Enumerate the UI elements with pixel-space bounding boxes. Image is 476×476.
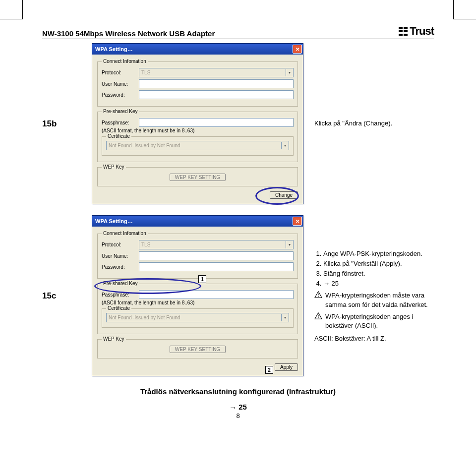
wpa-dialog: WPA Setting… ✕ Connect Infomation Protoc…: [92, 215, 303, 376]
dialog-title: WPA Setting…: [95, 46, 133, 52]
group-title: WEP Key: [102, 164, 126, 170]
label-password: Password:: [102, 264, 139, 270]
trust-logo-icon: [399, 27, 408, 36]
close-button[interactable]: ✕: [293, 45, 302, 54]
close-icon: ✕: [296, 219, 299, 224]
group-title: Certificate: [106, 133, 131, 139]
warning-icon: [314, 312, 322, 330]
footer-goto: →25: [42, 403, 434, 411]
wpa-dialog: WPA Setting… ✕ Connect Infomation Protoc…: [92, 43, 303, 204]
label-username: User Name:: [102, 81, 139, 87]
ascii-hint: (ASCII format, the length must be in 8..…: [102, 128, 294, 133]
step-label: 15c: [42, 291, 81, 301]
marker-1: 1: [198, 275, 206, 283]
protocol-select[interactable]: TLS ▾: [139, 68, 294, 77]
crop-mark: [453, 0, 476, 19]
group-title: Connect Infomation: [102, 231, 148, 236]
wep-setting-button[interactable]: WEP KEY SETTING: [170, 346, 226, 353]
chevron-down-icon: ▾: [286, 241, 293, 248]
brand-text: Trust: [410, 25, 434, 38]
group-title: WEP Key: [102, 336, 126, 342]
group-cert: Certificate Not Found -issued by Not Fou…: [102, 136, 294, 156]
group-wep: WEP Key WEP KEY SETTING: [97, 167, 298, 186]
chevron-down-icon: ▾: [281, 314, 289, 321]
warning-2: WPA-krypteringskoden anges i bokstäver (…: [314, 312, 434, 330]
cert-value: Not Found -issued by Not Found: [109, 143, 180, 148]
passphrase-input[interactable]: [139, 118, 294, 127]
svg-point-1: [318, 297, 319, 298]
footer-heading: Trådlös nätverksanslutning konfigurerad …: [42, 387, 434, 396]
warning-text: WPA-krypteringskoden måste vara samma so…: [325, 291, 434, 309]
username-input[interactable]: [139, 79, 294, 88]
group-wep: WEP Key WEP KEY SETTING: [97, 339, 298, 358]
ascii-hint: (ASCII format, the length must be in 8..…: [102, 300, 294, 305]
label-protocol: Protocol:: [102, 70, 139, 75]
close-button[interactable]: ✕: [293, 217, 302, 226]
instruction-15c: Ange WPA-PSK-krypteringskoden. Klicka på…: [314, 248, 434, 344]
group-title: Connect Infomation: [102, 59, 148, 64]
cert-select[interactable]: Not Found -issued by Not Found ▾: [106, 313, 289, 322]
svg-point-3: [318, 317, 319, 318]
label-username: User Name:: [102, 253, 139, 259]
ascii-note: ASCII: Bokstäver: A till Z.: [314, 334, 434, 343]
protocol-select[interactable]: TLS ▾: [139, 240, 294, 249]
list-item: → 25: [323, 279, 434, 288]
warning-1: WPA-krypteringskoden måste vara samma so…: [314, 291, 434, 309]
list-item: Stäng fönstret.: [323, 269, 434, 278]
chevron-down-icon: ▾: [281, 142, 289, 149]
list-item: Ange WPA-PSK-krypteringskoden.: [323, 249, 434, 258]
step-15c: 15c WPA Setting… ✕ Connect Infomation Pr…: [42, 215, 434, 376]
group-connect: Connect Infomation Protocol: TLS ▾ User …: [97, 61, 298, 107]
step-label: 15b: [42, 119, 81, 129]
cert-select[interactable]: Not Found -issued by Not Found ▾: [106, 141, 289, 150]
protocol-value: TLS: [141, 70, 150, 75]
label-passphrase: Passphrase:: [102, 120, 139, 125]
crop-mark: [0, 0, 23, 19]
instruction-list: Ange WPA-PSK-krypteringskoden. Klicka på…: [314, 249, 434, 289]
dialog-titlebar: WPA Setting… ✕: [92, 216, 303, 227]
close-icon: ✕: [296, 47, 299, 52]
group-cert: Certificate Not Found -issued by Not Fou…: [102, 308, 294, 328]
protocol-value: TLS: [141, 242, 150, 247]
label-protocol: Protocol:: [102, 242, 139, 247]
apply-button[interactable]: Apply: [275, 363, 298, 371]
wep-setting-button[interactable]: WEP KEY SETTING: [170, 174, 226, 181]
page-number: 8: [42, 412, 434, 419]
highlight-oval-change: [255, 187, 299, 205]
brand-logo: Trust: [399, 25, 434, 38]
warning-icon: [314, 291, 322, 309]
dialog-titlebar: WPA Setting… ✕: [92, 44, 303, 55]
doc-title: NW-3100 54Mbps Wireless Network USB Adap…: [42, 29, 215, 38]
group-title: Pre-shared Key: [102, 109, 139, 114]
password-input[interactable]: [139, 262, 294, 271]
username-input[interactable]: [139, 251, 294, 260]
arrow-right-icon: →: [229, 403, 237, 412]
warning-text: WPA-krypteringskoden anges i bokstäver (…: [325, 312, 434, 330]
group-title: Certificate: [106, 305, 131, 311]
marker-2: 2: [265, 366, 273, 374]
instruction-15b: Klicka på "Ändra (Change).: [314, 119, 434, 128]
group-connect: Connect Infomation Protocol: TLS ▾ User …: [97, 234, 298, 279]
list-item: Klicka på "Verkställ (Apply).: [323, 259, 434, 268]
group-psk: Pre-shared Key Passphrase: (ASCII format…: [97, 112, 298, 162]
step-15b: 15b WPA Setting… ✕ Connect Infomation Pr…: [42, 43, 434, 204]
chevron-down-icon: ▾: [286, 69, 293, 76]
highlight-oval-passphrase: [94, 278, 201, 294]
page-header: NW-3100 54Mbps Wireless Network USB Adap…: [42, 25, 434, 39]
label-password: Password:: [102, 92, 139, 98]
cert-value: Not Found -issued by Not Found: [109, 315, 180, 320]
dialog-title: WPA Setting…: [95, 218, 133, 224]
password-input[interactable]: [139, 90, 294, 99]
